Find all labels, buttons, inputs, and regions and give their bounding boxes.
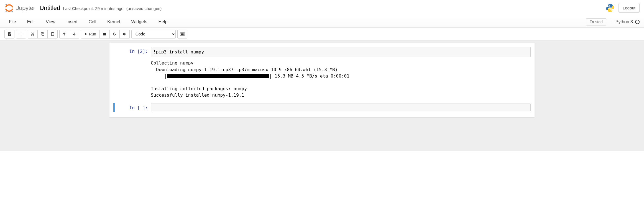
svg-point-6 bbox=[33, 34, 34, 35]
menu-edit[interactable]: Edit bbox=[22, 17, 40, 27]
move-down-button[interactable] bbox=[69, 30, 79, 38]
restart-button[interactable] bbox=[110, 30, 120, 38]
svg-rect-12 bbox=[180, 33, 185, 35]
svg-point-3 bbox=[609, 5, 610, 6]
interrupt-button[interactable] bbox=[100, 30, 110, 38]
paste-icon bbox=[51, 32, 55, 36]
svg-rect-10 bbox=[52, 32, 53, 33]
cut-button[interactable] bbox=[28, 30, 38, 38]
unsaved-text: (unsaved changes) bbox=[126, 6, 162, 11]
toolbar: Run Code bbox=[0, 28, 644, 40]
move-up-button[interactable] bbox=[59, 30, 69, 38]
svg-rect-18 bbox=[181, 34, 183, 35]
copy-icon bbox=[41, 32, 45, 36]
progress-line: || 15.3 MB 4.5 MB/s eta 0:00:01 bbox=[151, 73, 531, 79]
save-button[interactable] bbox=[4, 30, 14, 38]
output-line: Successfully installed numpy-1.19.1 bbox=[151, 92, 244, 98]
arrow-down-icon bbox=[72, 32, 76, 36]
title-area: Untitled Last Checkpoint: 29 minutes ago… bbox=[40, 4, 605, 12]
svg-rect-14 bbox=[181, 33, 182, 34]
kernel-name: Python 3 bbox=[615, 19, 633, 24]
output-line: Collecting numpy bbox=[151, 60, 193, 66]
output-line: Downloading numpy-1.19.1-cp37-cp37m-maco… bbox=[151, 67, 338, 72]
notebook-title[interactable]: Untitled bbox=[40, 4, 60, 12]
menu-help[interactable]: Help bbox=[153, 17, 173, 27]
code-input[interactable]: !pip3 install numpy bbox=[151, 47, 531, 57]
svg-rect-17 bbox=[183, 33, 184, 34]
menu-widgets[interactable]: Widgets bbox=[126, 17, 153, 27]
kernel-indicator[interactable]: Python 3 bbox=[611, 19, 640, 24]
kernel-status-icon bbox=[635, 20, 640, 24]
menubar: File Edit View Insert Cell Kernel Widget… bbox=[0, 16, 644, 28]
logout-button[interactable]: Logout bbox=[619, 3, 640, 13]
code-cell[interactable]: In [2]: !pip3 install numpy Collecting n… bbox=[113, 47, 531, 101]
notebook-content: In [2]: !pip3 install numpy Collecting n… bbox=[109, 43, 535, 117]
menu-cell[interactable]: Cell bbox=[83, 17, 102, 27]
command-palette-button[interactable] bbox=[177, 30, 187, 38]
header: Jupyter Untitled Last Checkpoint: 29 min… bbox=[0, 0, 644, 16]
restart-run-all-button[interactable] bbox=[120, 30, 130, 38]
output-line: Installing collected packages: numpy bbox=[151, 86, 247, 91]
restart-icon bbox=[113, 32, 116, 36]
menu-insert[interactable]: Insert bbox=[61, 17, 83, 27]
svg-rect-16 bbox=[183, 33, 183, 34]
add-cell-button[interactable] bbox=[16, 30, 26, 38]
keyboard-icon bbox=[180, 32, 185, 36]
checkpoint-text: Last Checkpoint: 29 minutes ago bbox=[63, 6, 123, 11]
notebook-area[interactable]: In [2]: !pip3 install numpy Collecting n… bbox=[0, 40, 644, 151]
svg-point-2 bbox=[6, 11, 6, 12]
svg-point-4 bbox=[611, 10, 612, 11]
save-icon bbox=[7, 32, 11, 36]
header-right: Logout bbox=[605, 3, 640, 13]
arrow-up-icon bbox=[62, 32, 66, 36]
jupyter-logo[interactable]: Jupyter bbox=[4, 3, 35, 13]
cell-output: Collecting numpy Downloading numpy-1.19.… bbox=[151, 57, 531, 100]
jupyter-logo-text: Jupyter bbox=[16, 4, 35, 12]
svg-point-0 bbox=[6, 4, 7, 5]
svg-rect-8 bbox=[42, 33, 44, 35]
svg-point-5 bbox=[31, 34, 32, 35]
run-label: Run bbox=[89, 32, 96, 36]
play-icon bbox=[85, 33, 87, 35]
cell-type-select[interactable]: Code bbox=[131, 30, 176, 38]
cell-body bbox=[151, 104, 531, 111]
svg-rect-13 bbox=[180, 33, 181, 34]
menu-kernel[interactable]: Kernel bbox=[102, 17, 126, 27]
logo-area: Jupyter bbox=[4, 3, 40, 13]
menubar-right: Trusted Python 3 bbox=[586, 18, 640, 25]
svg-rect-15 bbox=[182, 33, 183, 34]
menu-file[interactable]: File bbox=[4, 17, 22, 27]
code-input[interactable] bbox=[151, 104, 531, 111]
menu-view[interactable]: View bbox=[40, 17, 61, 27]
input-prompt: In [2]: bbox=[115, 47, 151, 100]
cell-body: !pip3 install numpy Collecting numpy Dow… bbox=[151, 47, 531, 100]
input-prompt: In [ ]: bbox=[115, 104, 151, 111]
copy-button[interactable] bbox=[38, 30, 48, 38]
python-icon bbox=[605, 3, 615, 13]
scissors-icon bbox=[31, 32, 35, 36]
svg-rect-11 bbox=[103, 33, 106, 35]
stop-icon bbox=[103, 32, 106, 36]
code-cell-selected[interactable]: In [ ]: bbox=[113, 103, 531, 112]
run-button[interactable]: Run bbox=[81, 30, 100, 38]
trusted-badge[interactable]: Trusted bbox=[586, 18, 606, 25]
fast-forward-icon bbox=[122, 32, 126, 36]
menubar-left: File Edit View Insert Cell Kernel Widget… bbox=[4, 17, 586, 27]
svg-point-1 bbox=[12, 11, 13, 12]
paste-button[interactable] bbox=[48, 30, 58, 38]
progress-bar-icon bbox=[167, 74, 269, 78]
jupyter-icon bbox=[4, 3, 14, 13]
plus-icon bbox=[19, 32, 23, 36]
